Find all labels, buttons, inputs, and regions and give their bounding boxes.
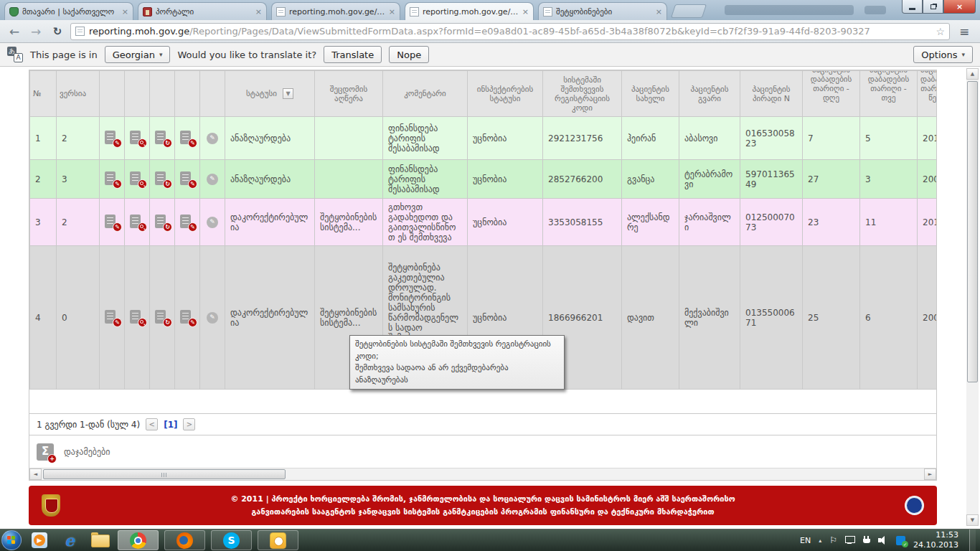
cell-action[interactable]: ✎ [200, 117, 225, 160]
column-header[interactable] [200, 71, 225, 117]
browser-menu-button[interactable]: ≡ [954, 24, 974, 39]
browser-tab[interactable]: reporting.moh.gov.ge/Rep× [405, 2, 534, 20]
cell-status: ანაზღაურდება [225, 117, 315, 160]
column-header[interactable]: პაციენტის პირადი N [740, 71, 803, 117]
scroll-up-arrow[interactable]: ▲ [966, 68, 979, 80]
cell-action[interactable]: ✎ [200, 199, 225, 246]
taskbar-firefox[interactable] [164, 530, 205, 550]
column-header[interactable]: კომენტარი [383, 71, 468, 117]
tab-close-icon[interactable]: × [255, 7, 262, 17]
tab-close-icon[interactable]: × [122, 7, 128, 17]
column-header[interactable]: № [30, 71, 57, 117]
cell-action[interactable] [125, 246, 150, 390]
taskbar-outlook[interactable] [258, 530, 298, 550]
options-dropdown[interactable]: Options ▾ [913, 46, 973, 63]
start-button[interactable] [1, 530, 22, 550]
column-header[interactable]: პაციენტის გვარი [679, 71, 740, 117]
column-header[interactable]: პაციენტის დაბადების თარიღი - წელი [918, 71, 938, 117]
back-button[interactable]: ← [6, 24, 23, 39]
scroll-left-arrow[interactable]: ◄ [29, 468, 42, 480]
vertical-scroll-thumb[interactable] [967, 81, 978, 382]
restore-button[interactable] [923, 0, 943, 14]
browser-tab[interactable]: შეტყობინებები× [538, 2, 667, 20]
column-header[interactable] [100, 71, 125, 117]
next-page-button[interactable]: > [183, 418, 195, 430]
column-header[interactable] [150, 71, 175, 117]
column-header-label: პაციენტის სახელი [631, 85, 669, 103]
column-header[interactable]: ინსპექტირების სტატუსი [468, 71, 543, 117]
close-button[interactable]: × [943, 0, 976, 14]
cell-action[interactable] [125, 117, 150, 160]
column-header[interactable] [125, 71, 150, 117]
dropbox-icon[interactable] [896, 536, 905, 545]
column-header[interactable]: ვერსია [57, 71, 100, 117]
translate-button[interactable]: Translate [324, 46, 382, 63]
cell-action[interactable] [125, 160, 150, 199]
page-favicon-icon [276, 7, 286, 17]
vertical-scrollbar[interactable]: ▲ ▼ [966, 68, 979, 526]
taskbar-media-player[interactable] [27, 530, 52, 551]
tab-close-icon[interactable]: × [656, 7, 662, 17]
cell-action[interactable]: ✎ [175, 117, 200, 160]
taskbar-clock[interactable]: 11:53 24.10.2013 [913, 530, 958, 551]
cell-action[interactable]: ↻ [150, 199, 175, 246]
browser-tab[interactable]: მთავარი | საქართველო× [4, 2, 133, 20]
cell-action[interactable]: ↻ [150, 246, 175, 390]
plus-badge-icon: + [47, 454, 57, 463]
cell-action[interactable]: ✎ [200, 160, 225, 199]
scroll-right-arrow[interactable]: ► [924, 468, 936, 480]
column-header[interactable]: პაციენტის სახელი [622, 71, 679, 117]
column-header[interactable]: პაციენტის დაბადების თარიღი - დღე [803, 71, 860, 117]
taskbar-skype[interactable]: S [211, 530, 252, 550]
column-header[interactable]: სტატუსი▼ [225, 71, 315, 117]
horizontal-scroll-thumb[interactable] [43, 469, 286, 479]
horizontal-scrollbar[interactable]: ◄ ► [29, 468, 936, 480]
cell-action[interactable]: ✎ [100, 117, 125, 160]
minimize-button[interactable] [902, 0, 923, 14]
cell-action[interactable]: ✎ [100, 246, 125, 390]
tab-title: reporting.moh.gov.ge/Rep [423, 7, 519, 17]
new-tab-button[interactable] [671, 4, 707, 18]
cell-action[interactable]: ✎ [175, 246, 200, 390]
column-header[interactable] [175, 71, 200, 117]
taskbar-file-explorer[interactable] [88, 530, 112, 551]
taskbar-chrome[interactable] [118, 530, 159, 550]
language-indicator[interactable]: EN [800, 536, 811, 545]
cell-action[interactable]: ↻ [150, 117, 175, 160]
tray-expand-icon[interactable]: ▴ [819, 537, 821, 544]
cell-action[interactable]: ✎ [100, 160, 125, 199]
bookmark-star-icon[interactable]: ☆ [936, 26, 945, 37]
reload-button[interactable]: ↻ [49, 25, 66, 38]
address-bar[interactable]: reporting.moh.gov.ge/Reporting/Pages/Dat… [70, 23, 950, 40]
column-header[interactable]: სისტემაში შემთხვევის რეგისტრაციის კოდი [543, 71, 622, 117]
scroll-down-arrow[interactable]: ▼ [966, 514, 979, 526]
action-center-flag-icon[interactable]: ⚐ [829, 535, 837, 545]
forward-button[interactable]: → [27, 24, 44, 39]
prev-page-button[interactable]: < [146, 418, 158, 430]
show-desktop-button[interactable] [969, 529, 976, 551]
speaker-icon[interactable] [878, 536, 888, 545]
tab-close-icon[interactable]: × [522, 7, 529, 17]
browser-tab[interactable]: პორტალი× [138, 2, 267, 20]
sigma-add-icon[interactable]: Σ + [37, 443, 54, 461]
tab-close-icon[interactable]: × [389, 7, 395, 17]
cell-action[interactable]: ✎ [175, 199, 200, 246]
column-header[interactable]: პაციენტის დაბადების თარიღი - თვე [860, 71, 918, 117]
browser-tab[interactable]: reporting.moh.gov.ge/Rep× [271, 2, 400, 20]
cell-action[interactable]: ✎ [175, 160, 200, 199]
internet-explorer-icon: e [65, 531, 75, 550]
column-header[interactable]: შეცდომის აღწერა [315, 71, 383, 117]
power-plug-icon[interactable] [863, 536, 870, 545]
status-filter-button[interactable]: ▼ [283, 88, 293, 99]
current-page-indicator[interactable]: [1] [164, 420, 177, 430]
taskbar-internet-explorer[interactable]: e [57, 530, 82, 551]
edit-badge-icon: ✎ [188, 222, 197, 232]
cell-action[interactable]: ✎ [200, 246, 225, 390]
cell-action[interactable]: ↻ [150, 160, 175, 199]
language-dropdown[interactable]: Georgian ▾ [105, 46, 171, 63]
cell-action[interactable]: ✎ [100, 199, 125, 246]
cell-action[interactable] [125, 199, 150, 246]
network-icon[interactable] [845, 536, 855, 545]
edit-document-icon: ✎ [180, 171, 196, 187]
nope-button[interactable]: Nope [389, 46, 429, 63]
